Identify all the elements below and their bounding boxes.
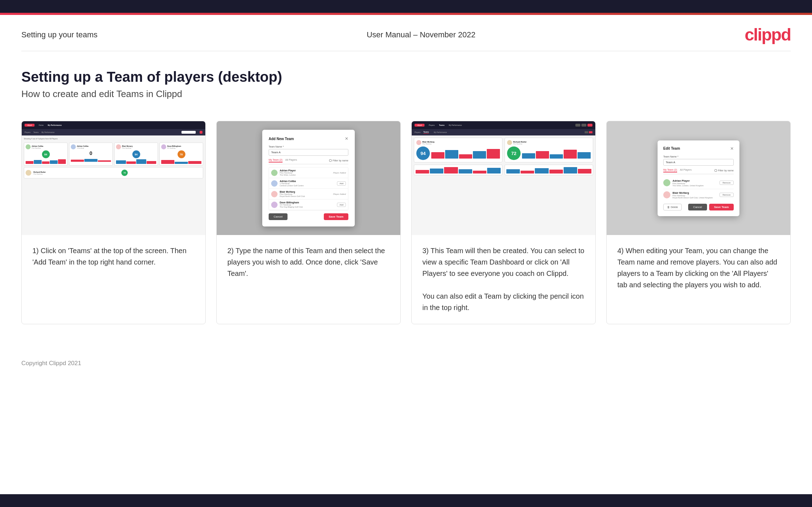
bottom-bar — [0, 494, 812, 507]
top-bar — [0, 0, 812, 13]
player-detail-2b: Central London Golf Centre — [280, 185, 335, 187]
edit-filter-checkbox[interactable] — [715, 169, 717, 172]
delete-label: Delete — [671, 206, 678, 208]
cards-row: clippd Home My Performance Players Teams… — [21, 121, 791, 324]
screenshot-2: Add New Team ✕ Team Name * Team A My Tea… — [217, 121, 400, 235]
edit-player-list: Adrian Player Plus Handicap The Shire, L… — [663, 177, 734, 201]
add-player-4-button[interactable]: Add — [337, 203, 346, 207]
edit-dialog-header: Edit Team ✕ — [663, 146, 734, 151]
player-info-4: Dave Billingham 3.6 Handicap The Oxg Mag… — [280, 201, 335, 208]
filter-checkbox[interactable] — [329, 159, 332, 162]
header-logo: clippd — [745, 25, 791, 44]
filter-by-name: Filter by name — [329, 159, 348, 162]
ss3-player-card-1: Blair McHarg Plus Handicap 94 — [414, 138, 502, 162]
edit-dialog-actions: 🗑 Delete Cancel Save Team — [663, 204, 734, 210]
player-avatar-4 — [271, 202, 278, 208]
edit-save-team-button[interactable]: Save Team — [709, 204, 734, 210]
add-player-2-button[interactable]: Add — [337, 181, 346, 186]
page-subtitle: How to create and edit Teams in Clippd — [21, 89, 791, 100]
tab-all-players[interactable]: All Players — [285, 159, 297, 162]
edit-team-name-input[interactable]: Team A — [663, 159, 734, 166]
player-row-4: Dave Billingham 3.6 Handicap The Oxg Mag… — [269, 199, 348, 210]
edit-player-name-2: Blair McHarg — [673, 191, 717, 194]
edit-tab-my-team[interactable]: My Team (2) — [663, 169, 677, 172]
player-info-2: Adrian Coliba 1 Handicap Central London … — [280, 180, 335, 187]
edit-player-row-2: Blair McHarg Plus Handicap Royal North D… — [663, 189, 734, 201]
edit-player-avatar-2 — [663, 191, 670, 198]
screenshot-3: clippd Players Teams My Performance Play… — [412, 121, 595, 235]
edit-dialog-tabs: My Team (2) All Players Filter by name — [663, 169, 734, 174]
footer: Copyright Clippd 2021 — [0, 353, 812, 374]
player-status-1: Player Added — [333, 172, 346, 174]
header: Setting up your teams User Manual – Nove… — [0, 15, 812, 51]
filter-label: Filter by name — [333, 159, 348, 162]
dialog-close-icon[interactable]: ✕ — [345, 136, 348, 141]
card-2: Add New Team ✕ Team Name * Team A My Tea… — [216, 121, 401, 324]
add-team-dialog: Add New Team ✕ Team Name * Team A My Tea… — [262, 130, 355, 226]
team-name-input[interactable]: Team A — [269, 149, 348, 156]
cancel-button[interactable]: Cancel — [269, 213, 288, 220]
player-avatar-1 — [271, 170, 278, 176]
player-card-4: Dave Billingham 3.6 Handicap 78 — [159, 143, 203, 166]
ss3-player-card-2: Richard Butler Plus Handicap 72 — [505, 138, 593, 162]
player-card-1: Adrian Coliba Plus Handicap 84 — [24, 143, 68, 166]
edit-filter-by-name: Filter by name — [715, 169, 734, 172]
edit-player-row-1: Adrian Player Plus Handicap The Shire, L… — [663, 177, 734, 189]
team-name-label: Team Name * — [269, 145, 348, 148]
page-content: Setting up a Team of players (desktop) H… — [0, 51, 812, 353]
player-name-1: Adrian Player — [280, 169, 331, 172]
card-1: clippd Home My Performance Players Teams… — [21, 121, 206, 324]
screenshot-1: clippd Home My Performance Players Teams… — [22, 121, 205, 235]
save-team-button[interactable]: Save Team — [324, 213, 348, 220]
player-card-3: Blair Mcnary Plus Handicap 94 — [114, 143, 158, 166]
remove-player-2-button[interactable]: Remove — [719, 193, 734, 197]
edit-team-dialog: Edit Team ✕ Team Name * Team A My Team (… — [658, 140, 739, 216]
tab-my-team[interactable]: My Team (2) — [269, 159, 283, 162]
player-name-4: Dave Billingham — [280, 201, 335, 204]
header-section-label: Setting up your teams — [21, 30, 97, 39]
ss1-topbar: clippd Home My Performance — [22, 121, 205, 129]
player-card-2: Adrian Coliba 1 Handicap 0 — [69, 143, 113, 166]
player-avatar-2 — [271, 180, 278, 187]
player-info-3: Blair McHarg Plus Handicap Royal North D… — [280, 191, 331, 197]
edit-tab-all-players[interactable]: All Players — [680, 169, 692, 172]
edit-confirm-actions: Cancel Save Team — [688, 204, 734, 210]
delete-button[interactable]: 🗑 Delete — [663, 204, 682, 210]
player-row-2: Adrian Coliba 1 Handicap Central London … — [269, 178, 348, 189]
player-row-3: Blair McHarg Plus Handicap Royal North D… — [269, 189, 348, 199]
ss1-nav: Players Teams My Performance — [22, 129, 205, 135]
edit-player-detail-1b: The Shire, London, United Kingdom — [673, 185, 717, 187]
dialog-actions: Cancel Save Team — [269, 213, 348, 220]
dialog-tabs: My Team (2) All Players Filter by name — [269, 159, 348, 164]
edit-player-avatar-1 — [663, 179, 670, 186]
player-detail-4b: The Oxg Maging Golf Club — [280, 206, 335, 208]
remove-player-1-button[interactable]: Remove — [719, 181, 734, 185]
player-info-1: Adrian Player Plus Handicap The Shire, L… — [280, 169, 331, 176]
player-name-3: Blair McHarg — [280, 191, 331, 193]
card-1-text: 1) Click on 'Teams' at the top of the sc… — [22, 235, 205, 324]
page-title: Setting up a Team of players (desktop) — [21, 69, 791, 85]
edit-cancel-button[interactable]: Cancel — [688, 204, 707, 210]
edit-player-info-1: Adrian Player Plus Handicap The Shire, L… — [673, 179, 717, 187]
dialog-header: Add New Team ✕ — [269, 136, 348, 141]
edit-dialog-close-icon[interactable]: ✕ — [730, 146, 734, 151]
edit-player-detail-2b: Royal North Devon Golf Club, United King… — [673, 197, 717, 199]
screenshot-4: Edit Team ✕ Team Name * Team A My Team (… — [607, 121, 790, 235]
dialog-title: Add New Team — [269, 137, 294, 141]
edit-dialog-title: Edit Team — [663, 146, 680, 150]
ss3-topbar: clippd Players Teams My Performance — [412, 121, 595, 129]
edit-player-info-2: Blair McHarg Plus Handicap Royal North D… — [673, 191, 717, 199]
edit-team-name-label: Team Name * — [663, 155, 734, 158]
card-3: clippd Players Teams My Performance Play… — [411, 121, 596, 324]
header-doc-title: User Manual – November 2022 — [367, 30, 475, 39]
edit-filter-label: Filter by name — [718, 169, 734, 172]
card-4-text: 4) When editing your Team, you can chang… — [607, 235, 790, 324]
player-row-1: Adrian Player Plus Handicap The Shire, L… — [269, 167, 348, 178]
edit-player-name-1: Adrian Player — [673, 179, 717, 182]
player-detail-3b: Royal North Devon Golf Club — [280, 195, 331, 197]
player-list: Adrian Player Plus Handicap The Shire, L… — [269, 167, 348, 210]
card-3-text: 3) This Team will then be created. You c… — [412, 235, 595, 324]
player-name-2: Adrian Coliba — [280, 180, 335, 182]
copyright-text: Copyright Clippd 2021 — [21, 360, 81, 367]
card-4: Edit Team ✕ Team Name * Team A My Team (… — [606, 121, 791, 324]
